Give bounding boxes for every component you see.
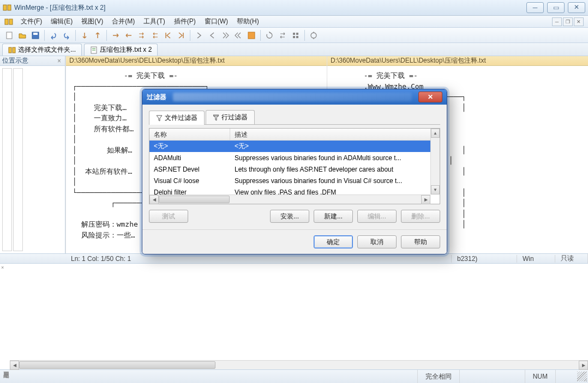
- menu-edit[interactable]: 编辑(E): [46, 16, 77, 27]
- swap-icon[interactable]: [277, 29, 289, 41]
- filter-row[interactable]: Visual C# loose Suppresses various binar…: [149, 175, 440, 186]
- filter-rows: <无> <无> ADAMulti Suppresses various bina…: [149, 141, 440, 198]
- menubar: 文件(F) 编辑(E) 视图(V) 合并(M) 工具(T) 插件(P) 窗口(W…: [0, 16, 588, 28]
- tab-compare-result-label: 压缩包注释.txt x 2: [100, 45, 152, 54]
- nav-prev-conflict-icon[interactable]: [232, 29, 244, 41]
- location-pane-header: 位置示意 ×: [0, 56, 65, 66]
- mdi-close-button[interactable]: ✕: [574, 17, 584, 26]
- cancel-button[interactable]: 取消: [357, 235, 397, 248]
- merge-all-left-icon[interactable]: [149, 29, 161, 41]
- ok-button[interactable]: 确定: [314, 235, 353, 248]
- filter-row[interactable]: <无> <无>: [149, 141, 440, 152]
- options-icon[interactable]: [290, 29, 302, 41]
- diff-prev-icon[interactable]: [92, 29, 104, 41]
- undo-icon[interactable]: [47, 29, 59, 41]
- svg-rect-0: [3, 5, 7, 10]
- tab-line-filter[interactable]: 行过滤器: [206, 110, 255, 124]
- scrollbar-thumb[interactable]: [159, 196, 230, 203]
- new-icon[interactable]: [3, 29, 15, 41]
- dialog-close-button[interactable]: ✕: [418, 92, 442, 102]
- filter-dialog: 过滤器 ✕ 文件过滤器 行过滤器 名称 描述 <无> <无>: [142, 89, 447, 254]
- window-title: WinMerge - [压缩包注释.txt x 2]: [14, 3, 523, 13]
- nav-next-conflict-icon[interactable]: [219, 29, 231, 41]
- resize-grip-icon[interactable]: [577, 372, 587, 381]
- mdi-restore-button[interactable]: ❐: [563, 17, 573, 26]
- list-vertical-scrollbar[interactable]: ▲ ▼: [430, 129, 440, 194]
- mdi-minimize-button[interactable]: ─: [552, 17, 562, 26]
- nav-first-icon[interactable]: [162, 29, 174, 41]
- scroll-up-arrow-icon[interactable]: ▲: [431, 129, 440, 138]
- redo-icon[interactable]: [61, 29, 73, 41]
- statusbar: 完全相同 NUM: [0, 369, 588, 383]
- column-name[interactable]: 名称: [149, 129, 230, 140]
- save-icon[interactable]: [29, 29, 41, 41]
- install-button[interactable]: 安装...: [270, 210, 309, 223]
- svg-rect-10: [293, 36, 295, 38]
- tab-line-filter-label: 行过滤器: [221, 113, 248, 122]
- svg-point-12: [311, 33, 316, 38]
- scroll-left-arrow-icon[interactable]: ◀: [149, 195, 159, 204]
- tab-file-filter-label: 文件过滤器: [165, 113, 197, 123]
- scroll-right-arrow-icon[interactable]: ▶: [421, 195, 430, 204]
- delete-button[interactable]: 删除...: [401, 210, 440, 223]
- filter-row[interactable]: ASP.NET Devel Lets through only files AS…: [149, 163, 440, 175]
- encoding-label: b2312): [452, 255, 517, 263]
- column-description[interactable]: 描述: [230, 129, 440, 140]
- scrollbar-thumb[interactable]: [19, 361, 215, 369]
- platform-label: Win: [517, 255, 555, 263]
- dialog-footer: 确定 取消 帮助: [142, 229, 447, 254]
- help-button[interactable]: 帮助: [401, 235, 440, 248]
- merge-right-icon[interactable]: [110, 29, 122, 41]
- rescan-icon[interactable]: [308, 29, 320, 41]
- document-tabs: 选择文件或文件夹... 压缩包注释.txt x 2: [0, 43, 588, 56]
- dialog-titlebar[interactable]: 过滤器 ✕: [142, 89, 447, 105]
- toolbar: [0, 28, 588, 43]
- svg-rect-11: [296, 36, 298, 38]
- right-path-header: D:\360MoveData\Users\DELL\Desktop\压缩包注释.…: [327, 56, 588, 66]
- mdi-controls: ─ ❐ ✕: [551, 17, 584, 26]
- edit-button[interactable]: 编辑...: [357, 210, 397, 223]
- menu-file[interactable]: 文件(F): [16, 16, 46, 27]
- tab-select-files-label: 选择文件或文件夹...: [18, 45, 76, 54]
- list-horizontal-scrollbar[interactable]: ◀ ▶: [149, 194, 430, 204]
- menu-merge[interactable]: 合并(M): [107, 16, 139, 27]
- maximize-button[interactable]: ▭: [547, 2, 565, 13]
- merge-left-icon[interactable]: [123, 29, 135, 41]
- scroll-left-arrow-icon[interactable]: ◀: [10, 361, 19, 370]
- filter-row[interactable]: ADAMulti Suppresses various binaries fou…: [149, 152, 440, 163]
- minimize-button[interactable]: ─: [526, 2, 544, 13]
- diff-next-icon[interactable]: [79, 29, 91, 41]
- tab-select-files[interactable]: 选择文件或文件夹...: [2, 44, 82, 56]
- nav-next-diff-icon[interactable]: [193, 29, 205, 41]
- new-button[interactable]: 新建...: [314, 210, 353, 223]
- scroll-down-arrow-icon[interactable]: ▼: [431, 185, 440, 194]
- location-bar-right: [13, 68, 23, 251]
- document-icon: [90, 46, 98, 54]
- test-button[interactable]: 测试: [149, 210, 188, 223]
- open-icon[interactable]: [16, 29, 28, 41]
- tab-compare-result[interactable]: 压缩包注释.txt x 2: [84, 44, 158, 56]
- menu-help[interactable]: 帮助(H): [232, 16, 263, 27]
- readonly-label: 只读: [555, 254, 588, 263]
- menu-view[interactable]: 视图(V): [77, 16, 107, 27]
- diff-detail-close-icon[interactable]: ×: [1, 265, 7, 270]
- refresh-icon[interactable]: [263, 29, 275, 41]
- dialog-title: 过滤器: [147, 93, 166, 102]
- svg-rect-14: [13, 47, 15, 53]
- menu-window[interactable]: 窗口(W): [200, 16, 232, 27]
- nav-last-icon[interactable]: [175, 29, 187, 41]
- nav-prev-diff-icon[interactable]: [206, 29, 218, 41]
- location-pane-body[interactable]: [0, 66, 65, 253]
- svg-rect-6: [33, 33, 38, 35]
- filter-desc: Suppresses various binaries found in ADA…: [230, 154, 440, 162]
- scroll-right-arrow-icon[interactable]: ▶: [579, 361, 588, 370]
- svg-rect-2: [5, 19, 8, 25]
- tab-file-filter[interactable]: 文件过滤器: [149, 111, 205, 125]
- close-button[interactable]: ✕: [568, 2, 585, 13]
- location-pane-close-icon[interactable]: ×: [56, 57, 63, 65]
- menu-plugins[interactable]: 插件(P): [170, 16, 200, 27]
- highlight-icon[interactable]: [245, 29, 257, 41]
- horizontal-scrollbar[interactable]: ◀ ▶: [10, 360, 588, 369]
- menu-tools[interactable]: 工具(T): [139, 16, 169, 27]
- merge-all-right-icon[interactable]: [136, 29, 148, 41]
